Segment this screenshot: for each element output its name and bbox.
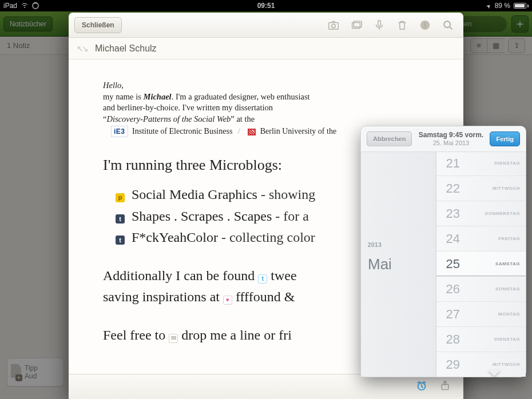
day-number: 21 <box>446 156 459 171</box>
day-row[interactable]: 28DIENSTAG <box>436 327 526 352</box>
ffffound-icon <box>223 296 232 305</box>
note-bottom-bar <box>69 374 463 399</box>
note-title-row: ↖↘ Michael Schulz <box>69 38 463 59</box>
posterous-icon: p <box>116 193 125 202</box>
day-number: 22 <box>446 181 459 196</box>
battery-percent: 89 % <box>495 2 510 10</box>
mail-icon <box>169 334 178 343</box>
ieb-logo-icon: iE3 <box>111 126 128 137</box>
month-wheel[interactable]: 2013 Mai <box>361 152 436 377</box>
day-number: 23 <box>446 206 459 221</box>
day-row[interactable]: 26SONNTAG <box>436 277 526 302</box>
weekday-label: SONNTAG <box>495 286 520 292</box>
day-number: 29 <box>446 357 459 372</box>
day-row[interactable]: 29MITTWOCH <box>436 352 526 377</box>
note-toolbar: Schließen i <box>69 13 463 38</box>
day-number: 26 <box>446 282 459 297</box>
reminder-date-picker: Abbrechen Samstag 9:45 vorm. 25. Mai 201… <box>360 126 526 377</box>
battery-icon <box>514 3 529 9</box>
done-button[interactable]: Fertig <box>490 131 520 146</box>
day-row[interactable]: 24FREITAG <box>436 226 526 252</box>
weekday-label: FREITAG <box>498 236 520 241</box>
day-number: 25 <box>446 257 459 272</box>
month-label: Mai <box>368 256 392 273</box>
weekday-label: MITTWOCH <box>493 186 520 191</box>
picker-header: Abbrechen Samstag 9:45 vorm. 25. Mai 201… <box>361 126 526 151</box>
year-label: 2013 <box>368 242 382 248</box>
day-number: 28 <box>446 332 459 347</box>
camera-icon[interactable] <box>324 17 343 34</box>
search-icon[interactable] <box>438 17 458 34</box>
svg-text:i: i <box>424 21 426 29</box>
close-button[interactable]: Schließen <box>74 17 122 33</box>
activity-spinner-icon <box>32 2 39 9</box>
clock-label: 09:51 <box>257 2 275 10</box>
day-wheel[interactable]: 21DIENSTAG22MITTWOCH23DONNERSTAG24FREITA… <box>436 152 526 377</box>
device-label: iPad <box>3 2 17 10</box>
info-icon[interactable]: i <box>415 17 435 34</box>
tumblr-icon: t <box>116 214 125 224</box>
microphone-icon[interactable] <box>370 17 389 34</box>
cancel-button[interactable]: Abbrechen <box>367 131 412 146</box>
day-row[interactable]: 22MITTWOCH <box>436 176 526 201</box>
weekday-label: SAMSTAG <box>495 261 520 266</box>
day-number: 24 <box>446 232 459 246</box>
wifi-icon <box>21 2 29 10</box>
weekday-label: DIENSTAG <box>494 161 520 166</box>
twitter-icon: t <box>258 274 267 284</box>
svg-rect-0 <box>329 22 339 29</box>
photos-icon[interactable] <box>347 17 366 34</box>
day-row[interactable]: 21DIENSTAG <box>436 151 526 176</box>
svg-point-1 <box>332 24 335 27</box>
day-row[interactable]: 23DONNERSTAG <box>436 201 526 226</box>
ipad-status-bar: iPad 09:51 89 % <box>0 0 532 11</box>
weekday-label: DONNERSTAG <box>485 211 520 216</box>
location-icon <box>486 2 491 10</box>
trash-icon[interactable] <box>392 17 412 34</box>
note-title[interactable]: Michael Schulz <box>95 43 157 54</box>
weekday-label: MONTAG <box>498 312 520 317</box>
day-row[interactable]: 27MONTAG <box>436 302 526 327</box>
share-icon[interactable] <box>439 380 451 394</box>
svg-point-7 <box>444 21 450 27</box>
reminder-clock-icon[interactable] <box>415 380 428 394</box>
tumblr-icon: t <box>116 236 125 245</box>
picker-title: Samstag 9:45 vorm. 25. Mai 2013 <box>419 131 483 146</box>
weekday-label: DIENSTAG <box>494 337 520 342</box>
svg-rect-4 <box>378 20 381 26</box>
expand-icon[interactable]: ↖↘ <box>77 44 87 53</box>
day-number: 27 <box>446 307 459 322</box>
intro-paragraph: Hello, my name is Michael. I'm a graduat… <box>103 80 349 137</box>
day-row[interactable]: 25SAMSTAG <box>436 252 526 277</box>
bua-logo-icon <box>248 129 256 135</box>
weekday-label: MITTWOCH <box>493 362 520 367</box>
